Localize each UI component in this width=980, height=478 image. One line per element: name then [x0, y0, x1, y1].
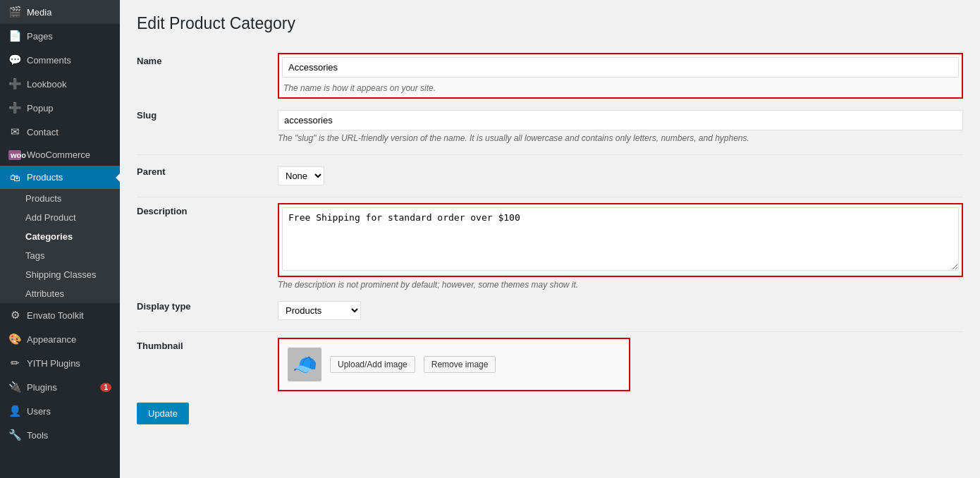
name-input[interactable] [282, 57, 959, 78]
slug-field-cell: The "slug" is the URL-friendly version o… [278, 99, 963, 155]
contact-icon: ✉ [8, 125, 21, 138]
sidebar-label-plugins: Plugins [27, 382, 94, 393]
sidebar-item-users[interactable]: 👤 Users [0, 399, 120, 423]
parent-row: Parent None [137, 155, 963, 197]
products-icon: 🛍 [8, 171, 21, 183]
sidebar-sub-attributes[interactable]: Attributes [0, 284, 120, 303]
description-row: Description Free Shipping for standard o… [137, 197, 963, 290]
name-hint: The name is how it appears on your site. [282, 80, 959, 94]
sidebar-sub-tags[interactable]: Tags [0, 246, 120, 265]
main-content: Edit Product Category Name The name is h… [120, 0, 980, 478]
comments-icon: 💬 [8, 54, 21, 66]
slug-input[interactable] [278, 110, 963, 130]
upload-image-button[interactable]: Upload/Add image [330, 356, 415, 373]
sidebar-label-contact: Contact [27, 127, 111, 137]
sidebar-item-media[interactable]: 🎬 Media [0, 0, 120, 24]
description-label: Description [137, 197, 278, 290]
tools-icon: 🔧 [8, 429, 21, 441]
sidebar-label-envato: Envato Toolkit [27, 310, 111, 321]
slug-label: Slug [137, 99, 278, 155]
description-input[interactable]: Free Shipping for standard order over $1… [282, 207, 959, 271]
sidebar-item-plugins[interactable]: 🔌 Plugins 1 [0, 375, 120, 399]
yith-icon: ✏ [8, 357, 21, 369]
plugins-badge: 1 [100, 383, 111, 392]
sidebar-label-products: Products [27, 172, 111, 183]
sidebar-item-woocommerce[interactable]: woo WooCommerce [0, 144, 120, 166]
sidebar-sub-products[interactable]: Products [0, 189, 120, 208]
sidebar-item-contact[interactable]: ✉ Contact [0, 120, 120, 144]
parent-field-cell: None [278, 155, 963, 197]
sidebar-item-appearance[interactable]: 🎨 Appearance [0, 327, 120, 351]
sidebar-label-pages: Pages [27, 31, 111, 42]
thumbnail-preview: 🧢 [288, 348, 321, 381]
thumbnail-label: Thumbnail [137, 332, 278, 392]
products-submenu: Products Add Product Categories Tags Shi… [0, 189, 120, 303]
envato-icon: ⚙ [8, 309, 21, 321]
sidebar-item-tools[interactable]: 🔧 Tools [0, 423, 120, 447]
sidebar-label-users: Users [27, 406, 111, 417]
slug-hint: The "slug" is the URL-friendly version o… [278, 133, 963, 143]
display-type-cell: Products Subcategories Both Default [278, 290, 963, 332]
media-icon: 🎬 [8, 6, 21, 18]
thumbnail-cell: 🧢 Upload/Add image Remove image [278, 332, 963, 392]
parent-select[interactable]: None [278, 166, 324, 185]
description-field-cell: Free Shipping for standard order over $1… [278, 197, 963, 290]
sidebar-item-pages[interactable]: 📄 Pages [0, 24, 120, 48]
sidebar-label-appearance: Appearance [27, 334, 111, 345]
update-button[interactable]: Update [137, 403, 189, 424]
thumbnail-row: Thumbnail 🧢 Upload/Add image Remove imag… [137, 332, 963, 392]
lookbook-icon: ➕ [8, 78, 21, 90]
sidebar-item-comments[interactable]: 💬 Comments [0, 48, 120, 72]
sidebar-item-products[interactable]: 🛍 Products [0, 166, 120, 189]
sidebar-label-media: Media [27, 7, 111, 18]
sidebar: 🎬 Media 📄 Pages 💬 Comments ➕ Lookbook ➕ … [0, 0, 120, 478]
sidebar-label-lookbook: Lookbook [27, 79, 111, 90]
sidebar-item-lookbook[interactable]: ➕ Lookbook [0, 72, 120, 96]
name-label: Name [137, 47, 278, 99]
remove-image-button[interactable]: Remove image [424, 356, 496, 373]
sidebar-sub-categories[interactable]: Categories [0, 227, 120, 246]
page-title: Edit Product Category [137, 14, 963, 33]
sidebar-item-popup[interactable]: ➕ Popup [0, 96, 120, 120]
pages-icon: 📄 [8, 30, 21, 42]
sidebar-sub-shipping-classes[interactable]: Shipping Classes [0, 265, 120, 284]
sidebar-item-yith[interactable]: ✏ YITH Plugins [0, 351, 120, 375]
sidebar-label-popup: Popup [27, 103, 111, 114]
edit-category-form: Name The name is how it appears on your … [137, 47, 963, 391]
sidebar-label-comments: Comments [27, 55, 111, 66]
appearance-icon: 🎨 [8, 333, 21, 345]
description-hint: The description is not prominent by defa… [278, 280, 963, 290]
sidebar-label-woocommerce: WooCommerce [27, 149, 111, 160]
woocommerce-icon: woo [8, 150, 21, 160]
name-row: Name The name is how it appears on your … [137, 47, 963, 99]
display-type-row: Display type Products Subcategories Both… [137, 290, 963, 332]
sidebar-item-envato-toolkit[interactable]: ⚙ Envato Toolkit [0, 303, 120, 327]
sidebar-sub-add-product[interactable]: Add Product [0, 208, 120, 227]
display-type-label: Display type [137, 290, 278, 332]
popup-icon: ➕ [8, 102, 21, 114]
name-field-cell: The name is how it appears on your site. [278, 47, 963, 99]
parent-label: Parent [137, 155, 278, 197]
plugins-icon: 🔌 [8, 381, 21, 393]
display-type-select[interactable]: Products Subcategories Both Default [278, 301, 361, 320]
sidebar-label-tools: Tools [27, 430, 111, 441]
slug-row: Slug The "slug" is the URL-friendly vers… [137, 99, 963, 155]
users-icon: 👤 [8, 405, 21, 417]
sidebar-label-yith: YITH Plugins [27, 358, 111, 369]
